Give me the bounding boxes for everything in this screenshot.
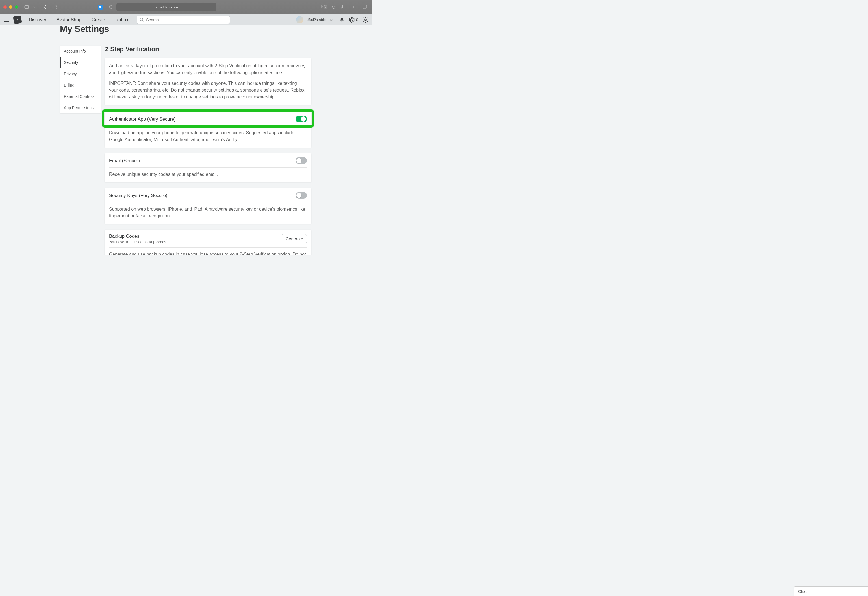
- svg-rect-9: [364, 5, 367, 8]
- sidenav-security[interactable]: Security: [60, 57, 101, 68]
- app-topbar: Discover Avatar Shop Create Robux @ai2st…: [0, 14, 372, 25]
- email-title: Email (Secure): [109, 158, 140, 163]
- section-title: 2 Step Verification: [105, 46, 311, 53]
- username-label[interactable]: @ai2stable: [307, 18, 326, 22]
- info-paragraph-2: IMPORTANT: Don't share your security cod…: [109, 80, 307, 101]
- backup-subtitle: You have 10 unused backup codes.: [109, 240, 167, 244]
- search-bar[interactable]: [137, 16, 230, 24]
- sidenav-privacy[interactable]: Privacy: [60, 68, 101, 80]
- svg-point-11: [140, 18, 143, 21]
- svg-marker-13: [349, 17, 354, 22]
- translate-icon[interactable]: A文: [321, 4, 328, 10]
- nav-robux[interactable]: Robux: [115, 17, 128, 22]
- security-keys-desc: Supported on web browsers, iPhone, and i…: [109, 206, 307, 219]
- svg-rect-3: [156, 7, 157, 9]
- avatar[interactable]: [296, 16, 303, 24]
- generate-button[interactable]: Generate: [282, 234, 307, 243]
- authenticator-desc: Download an app on your phone to generat…: [109, 130, 307, 143]
- tabs-icon[interactable]: [362, 4, 368, 10]
- svg-rect-10: [363, 6, 366, 9]
- search-icon: [139, 17, 145, 22]
- nav-links: Discover Avatar Shop Create Robux: [29, 17, 128, 22]
- sidenav: Account Info Security Privacy Billing Pa…: [60, 46, 101, 255]
- authenticator-toggle[interactable]: [295, 115, 307, 123]
- age-badge: 13+: [330, 18, 335, 22]
- authenticator-title: Authenticator App (Very Secure): [109, 117, 176, 122]
- svg-marker-14: [351, 18, 353, 21]
- email-toggle[interactable]: [295, 157, 307, 164]
- sidenav-billing[interactable]: Billing: [60, 80, 101, 91]
- chevron-down-icon[interactable]: [32, 4, 36, 10]
- sidenav-app-permissions[interactable]: App Permissions: [60, 102, 101, 113]
- roblox-logo[interactable]: [13, 15, 22, 24]
- traffic-lights: [3, 5, 18, 9]
- backup-codes-card: Backup Codes You have 10 unused backup c…: [105, 229, 311, 255]
- notifications-icon[interactable]: [339, 17, 345, 23]
- info-paragraph-1: Add an extra layer of protection to your…: [109, 62, 307, 76]
- security-keys-option-card: Security Keys (Very Secure) Supported on…: [105, 188, 311, 224]
- sidenav-account-info[interactable]: Account Info: [60, 46, 101, 57]
- search-input[interactable]: [146, 18, 227, 22]
- svg-text:文: 文: [325, 6, 327, 9]
- reload-icon[interactable]: [330, 4, 337, 10]
- address-bar[interactable]: roblox.com: [117, 3, 216, 11]
- address-bar-url: roblox.com: [160, 5, 178, 9]
- nav-back-icon[interactable]: [42, 4, 48, 10]
- shield-icon[interactable]: [98, 4, 103, 10]
- window-close[interactable]: [3, 5, 7, 9]
- authenticator-option-card: Authenticator App (Very Secure) Download…: [105, 112, 311, 148]
- browser-chrome: roblox.com A文: [0, 0, 372, 14]
- security-keys-title: Security Keys (Very Secure): [109, 193, 167, 198]
- privacy-shield-icon[interactable]: [107, 4, 114, 10]
- svg-point-15: [365, 19, 366, 21]
- share-icon[interactable]: [339, 4, 346, 10]
- main-column: 2 Step Verification Add an extra layer o…: [105, 46, 311, 255]
- new-tab-icon[interactable]: [350, 4, 357, 10]
- settings-gear-icon[interactable]: [362, 16, 369, 23]
- hamburger-icon[interactable]: [3, 16, 11, 24]
- robux-count: 0: [356, 17, 358, 22]
- page-title: My Settings: [60, 25, 372, 34]
- svg-line-12: [143, 20, 144, 22]
- email-desc: Receive unique security codes at your sp…: [109, 171, 307, 178]
- nav-create[interactable]: Create: [92, 17, 105, 22]
- nav-forward-icon[interactable]: [54, 4, 59, 10]
- svg-text:A: A: [322, 6, 323, 7]
- backup-desc: Generate and use backup codes in case yo…: [109, 251, 307, 255]
- email-option-card: Email (Secure) Receive unique security c…: [105, 153, 311, 182]
- window-minimize[interactable]: [9, 5, 12, 9]
- content-area: My Settings Account Info Security Privac…: [0, 25, 372, 255]
- lock-icon: [155, 5, 158, 9]
- sidenav-parental-controls[interactable]: Parental Controls: [60, 91, 101, 102]
- info-card: Add an extra layer of protection to your…: [105, 58, 311, 105]
- nav-discover[interactable]: Discover: [29, 17, 46, 22]
- nav-avatar-shop[interactable]: Avatar Shop: [56, 17, 81, 22]
- window-maximize[interactable]: [15, 5, 18, 9]
- sidebar-toggle-icon[interactable]: [23, 4, 30, 10]
- security-keys-toggle[interactable]: [295, 192, 307, 199]
- robux-balance[interactable]: 0: [349, 17, 358, 23]
- robux-icon: [349, 17, 355, 23]
- backup-title: Backup Codes: [109, 234, 167, 239]
- svg-rect-0: [25, 6, 28, 9]
